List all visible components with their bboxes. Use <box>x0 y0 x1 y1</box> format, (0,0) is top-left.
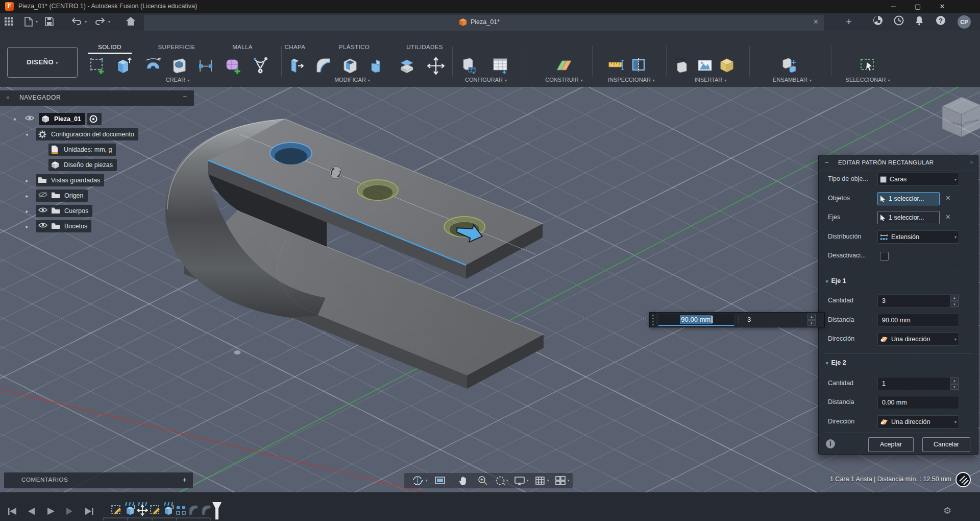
viewports-icon[interactable] <box>554 475 567 486</box>
tree-label[interactable]: Diseño de piezas <box>64 161 113 169</box>
extensions-icon[interactable] <box>870 15 886 29</box>
rotate-manipulator-icon[interactable] <box>330 167 342 179</box>
group-construir[interactable]: CONSTRUIR▾ <box>545 77 582 83</box>
tree-item-bodies[interactable]: ▸ Cuerpos <box>23 205 92 217</box>
minimize-button[interactable]: ─ <box>883 0 903 13</box>
tree-label[interactable]: Pieza_01 <box>54 115 81 123</box>
notifications-bell-icon[interactable] <box>912 15 927 29</box>
maximize-button[interactable]: ▢ <box>908 0 928 13</box>
axis1-quantity-stepper[interactable]: ▲▼ <box>950 295 959 307</box>
activate-component-radio[interactable] <box>87 113 102 125</box>
collapsed-caret-icon[interactable]: ▸ <box>23 224 31 229</box>
document-tab[interactable]: Pieza_01* ✕ <box>144 15 824 31</box>
group-ensamblar[interactable]: ENSAMBLAR▾ <box>773 77 812 83</box>
feature-extrude-icon[interactable] <box>125 504 136 516</box>
tree-label[interactable]: Configuración del documento <box>51 131 134 138</box>
timeline-settings-gear-icon[interactable]: ⚙ <box>943 505 951 516</box>
tree-label[interactable]: Unidades: mm, g <box>64 146 112 153</box>
info-icon[interactable]: i <box>826 439 835 448</box>
redo-icon[interactable] <box>95 17 105 28</box>
shell-icon[interactable] <box>341 56 359 76</box>
file-menu-icon[interactable] <box>24 17 33 29</box>
section-analysis-icon[interactable] <box>630 56 647 76</box>
visibility-eye-icon[interactable] <box>38 206 48 216</box>
tree-item-chip[interactable]: Unidades: mm, g <box>48 144 116 156</box>
tree-item-chip[interactable]: Bocetos <box>36 220 91 232</box>
undo-icon[interactable] <box>71 17 82 28</box>
combine-icon[interactable] <box>369 56 386 76</box>
collapsed-caret-icon[interactable]: ▸ <box>23 208 31 214</box>
collapsed-caret-icon[interactable]: ▸ <box>23 178 31 183</box>
collapse-panel-icon[interactable]: « <box>6 94 9 100</box>
playback-controls[interactable] <box>4 506 96 516</box>
tree-item-chip[interactable]: Pieza_01 <box>39 113 85 125</box>
group-modificar[interactable]: MODIFICAR▾ <box>334 77 370 83</box>
object-type-dropdown[interactable]: Caras▾ <box>877 173 959 186</box>
press-pull-icon[interactable] <box>288 56 305 76</box>
feature-pattern-icon[interactable] <box>176 504 187 516</box>
tree-item-units[interactable]: Unidades: mm, g <box>48 144 116 156</box>
loft-icon[interactable] <box>252 56 269 76</box>
expand-caret-icon[interactable]: ▾ <box>11 116 18 122</box>
clear-axes-icon[interactable]: ✕ <box>945 213 951 221</box>
insert-derive-icon[interactable] <box>673 56 690 76</box>
distance-input[interactable]: 90.00 mm <box>658 314 734 326</box>
look-at-icon[interactable] <box>434 475 446 486</box>
tab-malla[interactable]: MALLA <box>232 44 253 50</box>
axis1-quantity-input[interactable]: 3 <box>877 294 959 307</box>
feature-fillet-icon[interactable] <box>188 504 199 516</box>
user-avatar[interactable]: CP <box>958 15 971 29</box>
visibility-eye-icon[interactable] <box>24 114 35 124</box>
tree-label[interactable]: Origen <box>64 192 84 199</box>
axis2-quantity-input[interactable]: 1 <box>877 377 959 390</box>
axis1-distance-input[interactable]: 90.00 mm <box>877 314 959 327</box>
feature-move-icon[interactable] <box>137 504 148 516</box>
tree-item-docsettings[interactable]: ▾ Configuración del documento <box>23 128 138 140</box>
feedback-badge-icon[interactable] <box>955 472 971 487</box>
axes-selection-button[interactable]: 1 seleccior... <box>877 211 940 224</box>
hole-selected[interactable] <box>270 143 312 164</box>
quantity-stepper[interactable]: ▲▼ <box>807 314 816 326</box>
comments-bar[interactable]: COMENTARIOS + <box>4 472 193 488</box>
redo-caret[interactable]: ▾ <box>108 19 110 24</box>
rollback-marker[interactable] <box>211 502 223 520</box>
axis2-direction-dropdown[interactable]: Una dirección▾ <box>877 415 959 429</box>
workspace-selector[interactable]: DISEÑO ▾ <box>7 47 78 78</box>
offset-face-icon[interactable] <box>398 56 415 76</box>
display-settings-icon[interactable] <box>513 475 526 486</box>
dialog-collapse-icon[interactable]: − <box>825 159 829 167</box>
feature-sketch-icon[interactable] <box>150 504 161 516</box>
minimize-panel-icon[interactable]: − <box>183 93 187 101</box>
tree-item-chip[interactable]: Cuerpos <box>36 205 92 217</box>
distribution-dropdown[interactable]: Extensión▾ <box>877 230 959 244</box>
viewports-caret[interactable]: ▾ <box>568 479 570 483</box>
new-tab-button[interactable]: + <box>841 15 856 29</box>
configure-icon[interactable] <box>460 56 477 76</box>
group-seleccionar[interactable]: SELECCIONAR▾ <box>846 77 890 83</box>
hole-pattern-preview-1[interactable] <box>357 180 398 200</box>
select-tool-icon[interactable] <box>859 56 876 76</box>
tab-solido[interactable]: SOLIDO <box>98 44 121 50</box>
add-comment-icon[interactable]: + <box>182 475 187 484</box>
revolve-icon[interactable] <box>144 56 162 76</box>
construction-plane-icon[interactable] <box>555 56 573 76</box>
save-icon[interactable] <box>45 17 54 28</box>
display-caret[interactable]: ▾ <box>527 479 529 483</box>
help-icon[interactable]: ? <box>933 15 948 29</box>
create-form-icon[interactable] <box>225 56 242 76</box>
axis1-direction-dropdown[interactable]: Una dirección▾ <box>877 333 959 346</box>
tree-label[interactable]: Vistas guardadas <box>51 177 100 184</box>
group-insertar[interactable]: INSERTAR▾ <box>695 77 727 83</box>
tree-item-chip[interactable]: Diseño de piezas <box>48 159 117 171</box>
tree-item-partdesign[interactable]: Diseño de piezas <box>48 159 117 171</box>
feature-extrude-icon[interactable] <box>163 504 174 516</box>
fit-view-icon[interactable] <box>494 475 506 486</box>
group-crear[interactable]: CREAR▾ <box>166 77 190 83</box>
view-cube[interactable]: FRONTAL DERECHA <box>942 97 980 137</box>
hole-icon[interactable] <box>170 56 188 76</box>
new-component-icon[interactable] <box>780 56 797 76</box>
tree-item-sketches[interactable]: ▸ Bocetos <box>23 220 91 232</box>
axis2-section-header[interactable]: ▾Eje 2 <box>826 359 846 366</box>
orbit-caret[interactable]: ▾ <box>426 479 428 483</box>
axis1-section-header[interactable]: ▾Eje 1 <box>826 277 846 285</box>
